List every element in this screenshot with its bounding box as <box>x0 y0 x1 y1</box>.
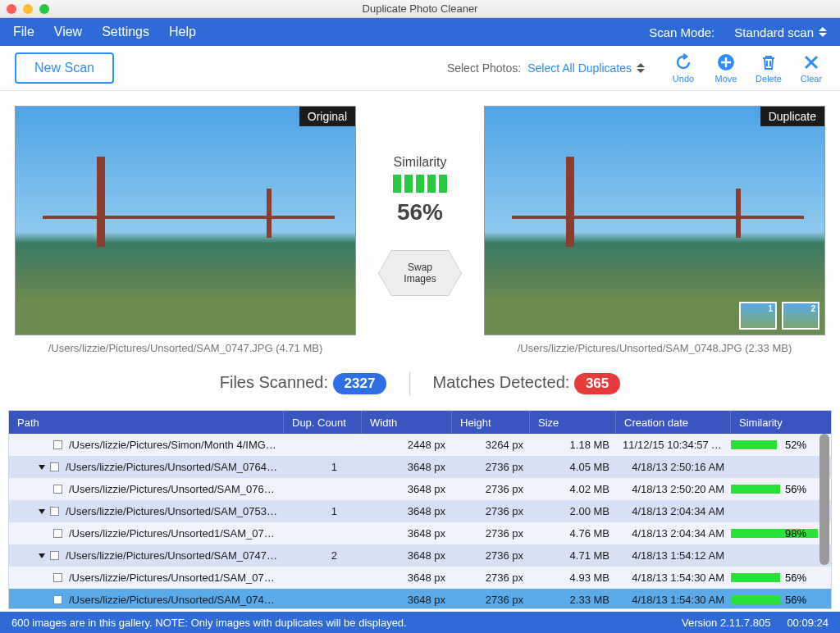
move-button[interactable]: Move <box>712 52 740 84</box>
duplicate-thumb[interactable]: 2 <box>782 302 819 330</box>
app-menubar: File View Settings Help Scan Mode: Stand… <box>0 18 840 46</box>
row-size: 4.93 MB <box>530 572 616 584</box>
row-width: 3648 px <box>362 461 452 473</box>
results-table: Path Dup. Count Width Height Size Creati… <box>8 410 832 609</box>
row-height: 2736 px <box>452 549 530 562</box>
table-row[interactable]: /Users/lizzie/Pictures/Unsorted1/SAM_075… <box>9 522 831 544</box>
row-height: 2736 px <box>452 594 530 606</box>
row-creationdate: 4/18/13 2:50:16 AM <box>616 461 731 473</box>
th-width[interactable]: Width <box>362 411 452 434</box>
row-path: /Users/lizzie/Pictures/Unsorted/SAM_0753… <box>66 505 277 517</box>
original-badge: Original <box>299 107 355 126</box>
row-creationdate: 4/18/13 2:50:20 AM <box>616 483 731 495</box>
row-checkbox[interactable] <box>50 507 59 516</box>
th-height[interactable]: Height <box>452 411 530 434</box>
table-row[interactable]: /Users/lizzie/Pictures/Simon/Month 4/IMG… <box>9 434 831 456</box>
swap-images-button[interactable]: Swap Images <box>391 250 449 296</box>
row-checkbox[interactable] <box>53 595 62 604</box>
row-height: 3264 px <box>452 439 530 451</box>
row-similarity: 98% <box>731 527 819 540</box>
disclosure-triangle-icon[interactable] <box>39 509 45 514</box>
row-width: 3648 px <box>362 483 452 495</box>
row-creationdate: 4/18/13 2:04:34 AM <box>616 505 731 517</box>
th-dupcount[interactable]: Dup. Count <box>284 411 362 434</box>
disclosure-triangle-icon[interactable] <box>39 465 45 470</box>
row-creationdate: 4/18/13 1:54:30 AM <box>616 594 731 606</box>
row-similarity <box>731 549 819 562</box>
undo-icon <box>673 52 693 72</box>
row-size: 4.76 MB <box>530 527 616 540</box>
table-row[interactable]: /Users/lizzie/Pictures/Unsorted/SAM_0747… <box>9 544 831 567</box>
new-scan-button[interactable]: New Scan <box>15 52 114 84</box>
scan-mode-value: Standard scan <box>734 25 814 39</box>
menu-file[interactable]: File <box>13 25 34 39</box>
toolbar: New Scan Select Photos: Select All Dupli… <box>0 46 840 91</box>
row-size: 2.33 MB <box>530 594 616 606</box>
row-height: 2736 px <box>452 483 530 495</box>
table-row[interactable]: /Users/lizzie/Pictures/Unsorted/SAM_0764… <box>9 456 831 478</box>
scan-mode-label: Scan Mode: <box>649 25 714 39</box>
trash-icon <box>759 52 778 72</box>
dropdown-arrows-icon <box>819 27 827 37</box>
row-creationdate: 4/18/13 1:54:30 AM <box>616 572 731 584</box>
select-photos-label: Select Photos: <box>447 61 521 75</box>
row-similarity <box>731 461 819 473</box>
duplicate-thumb[interactable]: 1 <box>739 302 777 330</box>
row-similarity: 56% <box>731 483 819 495</box>
clear-icon <box>801 52 821 72</box>
duplicate-caption: /Users/lizzie/Pictures/Unsorted/SAM_0748… <box>484 342 825 354</box>
row-path: /Users/lizzie/Pictures/Unsorted/SAM_0764… <box>66 461 277 473</box>
row-checkbox[interactable] <box>50 551 59 560</box>
stats-bar: Files Scanned: 2327 Matches Detected: 36… <box>0 361 840 410</box>
status-bar: 600 images are in this gallery. NOTE: On… <box>0 612 840 633</box>
clear-button[interactable]: Clear <box>797 52 825 84</box>
delete-button[interactable]: Delete <box>755 52 783 84</box>
files-scanned-value: 2327 <box>333 373 387 394</box>
row-height: 2736 px <box>452 527 530 540</box>
menu-view[interactable]: View <box>54 25 82 39</box>
row-path: /Users/lizzie/Pictures/Unsorted/SAM_0748… <box>69 594 277 606</box>
table-row[interactable]: /Users/lizzie/Pictures/Unsorted/SAM_0765… <box>9 478 831 500</box>
row-size: 4.71 MB <box>530 549 616 562</box>
scan-mode-dropdown[interactable]: Standard scan <box>734 25 827 39</box>
table-row[interactable]: /Users/lizzie/Pictures/Unsorted/SAM_0748… <box>9 589 831 608</box>
row-height: 2736 px <box>452 461 530 473</box>
matches-detected-value: 365 <box>574 373 620 394</box>
compare-pane: Original /Users/lizzie/Pictures/Unsorted… <box>0 91 840 361</box>
row-similarity <box>731 505 819 517</box>
menu-help[interactable]: Help <box>169 25 196 39</box>
similarity-bars <box>371 175 469 193</box>
row-similarity: 56% <box>731 594 819 606</box>
duplicate-image[interactable]: Duplicate 1 2 <box>484 106 825 335</box>
table-row[interactable]: /Users/lizzie/Pictures/Unsorted1/SAM_074… <box>9 567 831 589</box>
th-similarity[interactable]: Similarity <box>731 411 819 434</box>
original-caption: /Users/lizzie/Pictures/Unsorted/SAM_0747… <box>15 342 356 354</box>
row-checkbox[interactable] <box>53 485 62 494</box>
row-size: 4.05 MB <box>530 461 616 473</box>
row-similarity: 56% <box>731 572 819 584</box>
status-version: Version 2.11.7.805 <box>682 617 770 629</box>
original-image[interactable]: Original <box>15 106 356 335</box>
undo-button[interactable]: Undo <box>669 52 697 84</box>
menu-settings[interactable]: Settings <box>102 25 149 39</box>
move-icon <box>716 52 736 72</box>
row-checkbox[interactable] <box>53 573 62 582</box>
matches-detected-label: Matches Detected: <box>433 373 570 391</box>
th-creationdate[interactable]: Creation date <box>616 411 731 434</box>
row-creationdate: 11/12/15 10:34:57 AM <box>616 439 731 451</box>
table-scrollbar[interactable] <box>819 434 829 565</box>
row-similarity: 52% <box>731 439 819 451</box>
window-title: Duplicate Photo Cleaner <box>0 2 840 15</box>
row-path: /Users/lizzie/Pictures/Unsorted/SAM_0765… <box>69 483 277 495</box>
disclosure-triangle-icon[interactable] <box>39 553 45 558</box>
th-size[interactable]: Size <box>530 411 616 434</box>
row-checkbox[interactable] <box>50 462 59 471</box>
row-checkbox[interactable] <box>53 440 62 449</box>
row-dupcount: 1 <box>284 461 362 473</box>
th-path[interactable]: Path <box>9 411 284 434</box>
row-height: 2736 px <box>452 572 530 584</box>
row-size: 4.02 MB <box>530 483 616 495</box>
table-row[interactable]: /Users/lizzie/Pictures/Unsorted/SAM_0753… <box>9 500 831 522</box>
select-photos-dropdown[interactable]: Select All Duplicates <box>527 61 645 75</box>
row-checkbox[interactable] <box>53 529 62 538</box>
